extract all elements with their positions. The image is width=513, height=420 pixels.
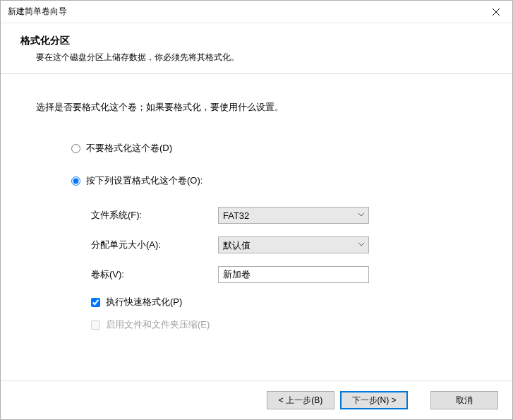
allocation-unit-label: 分配单元大小(A): — [91, 239, 218, 251]
compression-checkbox — [91, 320, 100, 330]
file-system-label: 文件系统(F): — [91, 209, 218, 222]
quick-format-checkbox[interactable] — [91, 298, 100, 307]
volume-label-label: 卷标(V): — [91, 268, 218, 281]
page-title: 格式化分区 — [20, 35, 493, 47]
next-button[interactable]: 下一步(N) > — [340, 391, 408, 409]
format-settings: 文件系统(F): FAT32 分配单元大小(A): 默认值 卷标(V): 执行快… — [71, 207, 477, 331]
wizard-footer: < 上一步(B) 下一步(N) > 取消 — [1, 380, 512, 419]
file-system-row: 文件系统(F): FAT32 — [91, 207, 477, 224]
radio-format-with-settings-label: 按下列设置格式化这个卷(O): — [86, 174, 203, 187]
instruction-text: 选择是否要格式化这个卷；如果要格式化，要使用什么设置。 — [36, 101, 477, 114]
allocation-unit-row: 分配单元大小(A): 默认值 — [91, 236, 477, 253]
radio-no-format-input[interactable] — [71, 144, 80, 153]
volume-label-input[interactable] — [218, 266, 369, 283]
wizard-content: 选择是否要格式化这个卷；如果要格式化，要使用什么设置。 不要格式化这个卷(D) … — [1, 74, 512, 331]
volume-label-row: 卷标(V): — [91, 266, 477, 283]
cancel-button[interactable]: 取消 — [430, 391, 498, 409]
quick-format-label: 执行快速格式化(P) — [106, 296, 182, 308]
quick-format-check[interactable]: 执行快速格式化(P) — [91, 296, 477, 308]
page-subtitle: 要在这个磁盘分区上储存数据，你必须先将其格式化。 — [20, 52, 493, 64]
radio-format-with-settings[interactable]: 按下列设置格式化这个卷(O): — [71, 174, 477, 187]
radio-format-with-settings-input[interactable] — [71, 176, 80, 186]
close-icon — [493, 8, 500, 16]
allocation-unit-select[interactable]: 默认值 — [218, 236, 369, 253]
format-choice-group: 不要格式化这个卷(D) 按下列设置格式化这个卷(O): 文件系统(F): FAT… — [36, 142, 477, 331]
compression-check: 启用文件和文件夹压缩(E) — [91, 318, 477, 331]
radio-no-format[interactable]: 不要格式化这个卷(D) — [71, 142, 477, 155]
file-system-select[interactable]: FAT32 — [218, 207, 369, 224]
radio-no-format-label: 不要格式化这个卷(D) — [86, 142, 172, 155]
close-button[interactable] — [480, 1, 512, 23]
window-title: 新建简单卷向导 — [8, 6, 67, 18]
compression-label: 启用文件和文件夹压缩(E) — [106, 318, 210, 331]
wizard-header: 格式化分区 要在这个磁盘分区上储存数据，你必须先将其格式化。 — [1, 23, 512, 73]
titlebar: 新建简单卷向导 — [1, 1, 512, 23]
back-button[interactable]: < 上一步(B) — [267, 391, 334, 409]
